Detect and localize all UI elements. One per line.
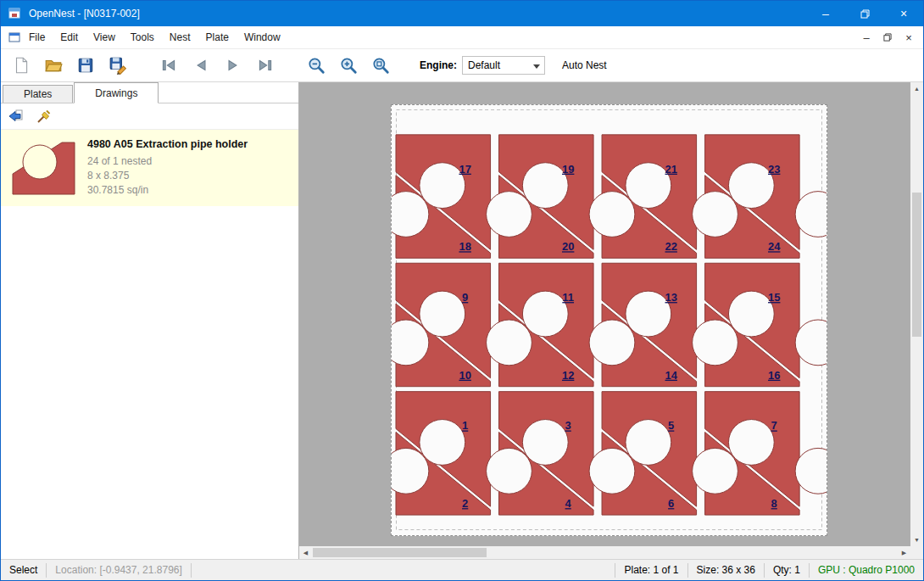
plate-view[interactable]: 171819202122232491011121314151612345678	[391, 104, 827, 536]
status-location: Location: [-0.9437, 21.8796]	[47, 563, 190, 578]
nav-next-icon	[224, 56, 242, 75]
maximize-restore-button[interactable]	[845, 1, 884, 26]
menu-item-file[interactable]: File	[21, 26, 53, 48]
part-number: 16	[768, 369, 780, 382]
part-number: 7	[771, 419, 777, 432]
save-edit-button[interactable]	[104, 52, 131, 79]
scrollbar-corner	[910, 546, 923, 559]
mdi-close-button[interactable]: ×	[899, 29, 918, 46]
assign-part-icon	[8, 108, 25, 125]
mdi-restore-icon	[883, 33, 892, 42]
nav-last-icon	[256, 56, 275, 75]
nav-first-button[interactable]	[155, 52, 182, 79]
zoom-in-button[interactable]	[335, 52, 362, 79]
horizontal-scrollbar-thumb[interactable]	[313, 548, 487, 557]
part-notch	[487, 192, 532, 237]
part-number: 12	[562, 369, 574, 382]
status-qty: Qty: 1	[765, 563, 809, 578]
drawing-list-item[interactable]: 4980 A05 Extraction pipe holder 24 of 1 …	[1, 130, 298, 206]
tab-plates[interactable]: Plates	[3, 85, 73, 103]
nav-previous-button[interactable]	[187, 52, 214, 79]
save-button[interactable]	[72, 52, 99, 79]
part-notch	[693, 448, 738, 494]
scroll-left-icon[interactable]: ◀	[299, 546, 312, 559]
part-number: 1	[462, 419, 468, 432]
nav-next-button[interactable]	[220, 52, 247, 79]
chevron-down-icon	[533, 64, 540, 69]
open-button[interactable]	[40, 52, 67, 79]
drawing-area: 30.7815 sq/in	[87, 183, 248, 198]
nest-drawing[interactable]: 171819202122232491011121314151612345678	[392, 105, 827, 535]
part-number: 22	[665, 240, 677, 253]
scroll-down-icon[interactable]: ▼	[910, 534, 923, 546]
vertical-scrollbar[interactable]: ▲ ▼	[910, 82, 923, 546]
zoom-out-button[interactable]	[303, 52, 330, 79]
clean-broom-icon	[35, 108, 52, 125]
mdi-restore-button[interactable]	[878, 29, 897, 46]
menu-item-plate[interactable]: Plate	[198, 26, 237, 48]
part-number: 17	[459, 163, 470, 176]
mdi-minimize-button[interactable]: –	[857, 29, 876, 46]
main-area: Plates Drawings	[1, 82, 923, 559]
part-notch	[487, 320, 532, 366]
drawing-list-empty-area	[1, 206, 298, 559]
nest-canvas[interactable]: 171819202122232491011121314151612345678 …	[299, 82, 923, 559]
title-bar: OpenNest - [N0317-002] – ×	[1, 1, 923, 26]
sidebar: Plates Drawings	[1, 82, 299, 559]
close-button[interactable]: ×	[884, 1, 923, 26]
part-number: 18	[459, 240, 470, 253]
part-number: 5	[668, 419, 674, 432]
nav-first-icon	[159, 56, 178, 75]
part-notch	[522, 420, 568, 466]
vertical-scrollbar-thumb[interactable]	[912, 193, 921, 337]
zoom-out-icon	[307, 56, 326, 75]
minimize-button[interactable]: –	[806, 1, 845, 26]
zoom-in-icon	[339, 56, 358, 75]
status-bar: Select Location: [-0.9437, 21.8796] Plat…	[1, 559, 923, 580]
menu-item-edit[interactable]: Edit	[53, 26, 86, 48]
scroll-right-icon[interactable]: ▶	[898, 546, 910, 559]
drawing-title: 4980 A05 Extraction pipe holder	[87, 138, 248, 150]
menu-item-nest[interactable]: Nest	[162, 26, 198, 48]
part-notch	[728, 420, 774, 466]
part-notch	[626, 420, 671, 466]
engine-select[interactable]: Default	[462, 56, 545, 75]
clean-button[interactable]	[32, 105, 54, 127]
part-number: 14	[665, 369, 678, 382]
restore-icon	[860, 9, 870, 19]
scroll-up-icon[interactable]: ▲	[910, 82, 923, 95]
part-number: 21	[665, 163, 677, 176]
menu-item-view[interactable]: View	[86, 26, 123, 48]
mdi-document-icon[interactable]	[8, 31, 21, 44]
horizontal-scrollbar[interactable]: ◀ ▶	[299, 546, 910, 559]
drawing-thumbnail	[9, 138, 77, 198]
menu-bar: File Edit View Tools Nest Plate Window –…	[1, 26, 923, 49]
part-number: 20	[562, 240, 574, 253]
part-notch	[795, 320, 827, 366]
main-toolbar: Engine: Default Auto Nest	[1, 49, 923, 82]
nav-previous-icon	[192, 56, 210, 75]
new-file-icon	[12, 56, 31, 75]
part-number: 4	[565, 497, 572, 510]
nav-last-button[interactable]	[252, 52, 279, 79]
part-number: 10	[459, 369, 470, 382]
menu-item-window[interactable]: Window	[237, 26, 288, 48]
part-number: 11	[562, 291, 574, 304]
assign-part-button[interactable]	[5, 105, 27, 127]
part-number: 13	[665, 291, 677, 304]
part-number: 23	[768, 163, 780, 176]
engine-selected-value: Default	[468, 59, 500, 71]
menu-item-tools[interactable]: Tools	[123, 26, 162, 48]
save-edit-icon	[109, 56, 127, 75]
tab-drawings[interactable]: Drawings	[74, 82, 159, 103]
new-button[interactable]	[8, 52, 35, 79]
part-number: 2	[462, 497, 468, 510]
part-notch	[795, 448, 827, 494]
open-folder-icon	[44, 56, 63, 75]
part-number: 9	[462, 291, 468, 304]
sidebar-tabstrip: Plates Drawings	[1, 82, 298, 103]
auto-nest-button[interactable]: Auto Nest	[562, 59, 607, 71]
part-notch	[693, 192, 738, 237]
zoom-fit-button[interactable]	[367, 52, 394, 79]
part-notch	[522, 291, 568, 337]
